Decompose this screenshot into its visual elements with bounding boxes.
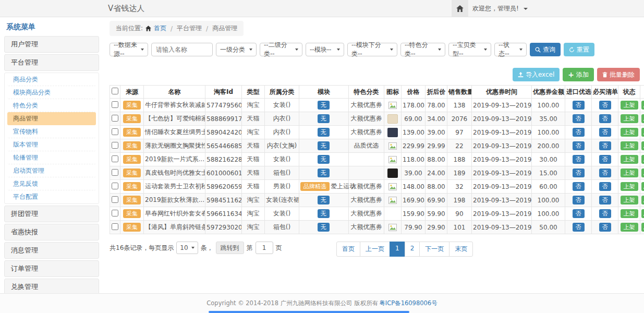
import-select-toggle[interactable]: 否 [573, 101, 585, 110]
row-checkbox[interactable] [112, 210, 118, 216]
edit-button[interactable] [641, 182, 644, 191]
jump-page-input[interactable] [256, 242, 273, 254]
status-badge[interactable]: 上架 [621, 155, 638, 164]
import-select-toggle[interactable]: 否 [573, 141, 585, 150]
filter-select-level1-category[interactable]: 一级分类 [216, 43, 257, 56]
horizontal-scrollbar-thumb[interactable] [209, 311, 409, 313]
sidebar-item-module-product-category[interactable]: 模块商品分类 [7, 86, 96, 99]
product-name: 2019新款女秋薄款... [144, 194, 205, 207]
breadcrumb-home-link[interactable]: 首页 [154, 24, 166, 33]
edit-button[interactable] [641, 114, 644, 123]
row-checkbox[interactable] [112, 223, 118, 230]
search-button[interactable]: 查询 [530, 43, 561, 56]
import-select-toggle[interactable]: 否 [573, 128, 585, 137]
add-button[interactable]: + 添加 [563, 68, 594, 81]
must-buy-toggle[interactable]: 否 [599, 196, 611, 204]
batch-delete-button[interactable]: 批量删除 [597, 68, 640, 81]
filter-select-item-type[interactable]: --宝贝类型-- [448, 43, 491, 56]
sidebar-item-splash-management[interactable]: 启动页管理 [7, 164, 96, 177]
sidebar-item-promo-materials[interactable]: 宣传物料 [7, 125, 96, 138]
edit-button[interactable] [641, 128, 644, 137]
coupon-amount: 100.00 [532, 194, 565, 207]
sidebar-item-carousel-management[interactable]: 轮播管理 [7, 151, 96, 164]
row-checkbox[interactable] [112, 142, 118, 149]
sidebar-item-special-category[interactable]: 特色分类 [7, 99, 96, 112]
import-select-toggle[interactable]: 否 [573, 196, 585, 204]
pager-first[interactable]: 首页 [336, 242, 360, 257]
status-badge[interactable]: 上架 [621, 196, 638, 204]
filter-select-data-source[interactable]: --数据来源-- [110, 43, 148, 56]
pager-page-1[interactable]: 1 [390, 242, 405, 257]
filter-select-level2-category[interactable]: --二级分类-- [260, 43, 302, 56]
status-badge[interactable]: 上架 [621, 223, 638, 232]
status-badge[interactable]: 上架 [621, 141, 638, 150]
reset-button[interactable]: 重置 [564, 43, 594, 56]
status-badge[interactable]: 上架 [621, 128, 638, 137]
import-select-toggle[interactable]: 否 [573, 223, 585, 232]
jump-button[interactable]: 跳转到 [216, 242, 244, 254]
must-buy-toggle[interactable]: 否 [599, 141, 611, 150]
status-badge[interactable]: 上架 [621, 209, 638, 218]
filter-select-module-subcategory[interactable]: --模块下分类-- [347, 43, 397, 56]
row-checkbox[interactable] [112, 169, 118, 176]
must-buy-toggle[interactable]: 否 [599, 114, 611, 123]
row-checkbox[interactable] [112, 183, 118, 189]
filter-select-module[interactable]: --模块-- [306, 43, 344, 56]
import-excel-button[interactable]: 导入excel [513, 68, 560, 81]
home-button[interactable] [452, 0, 468, 17]
import-select-toggle[interactable]: 否 [573, 168, 585, 177]
pager-last[interactable]: 末页 [449, 242, 473, 257]
import-select-toggle[interactable]: 否 [573, 182, 585, 191]
sidebar-section-platform[interactable]: 平台管理 [4, 54, 99, 71]
import-select-toggle[interactable]: 否 [573, 155, 585, 164]
taoke-id: 577479560965 [205, 99, 242, 112]
edit-button[interactable] [641, 209, 644, 218]
sidebar-section-message[interactable]: 消息管理 [4, 242, 99, 259]
sidebar-item-platform-config[interactable]: 平台配置 [7, 190, 96, 203]
product-thumb [387, 155, 398, 164]
must-buy-toggle[interactable]: 否 [599, 155, 611, 164]
row-checkbox[interactable] [112, 115, 118, 122]
row-checkbox[interactable] [112, 101, 118, 108]
sidebar-item-version-management[interactable]: 版本管理 [7, 138, 96, 151]
edit-button[interactable] [641, 101, 644, 110]
price: 139.00 [402, 126, 426, 139]
edit-button[interactable] [641, 141, 644, 150]
sidebar-section-users[interactable]: 用户管理 [4, 36, 99, 53]
edit-button[interactable] [641, 168, 644, 177]
must-buy-toggle[interactable]: 否 [599, 182, 611, 191]
row-checkbox[interactable] [112, 155, 118, 162]
status-badge[interactable]: 上架 [621, 168, 638, 177]
must-buy-toggle[interactable]: 否 [599, 168, 611, 177]
pager-next[interactable]: 下一页 [419, 242, 449, 257]
name-search-input[interactable] [151, 43, 213, 56]
row-checkbox[interactable] [112, 196, 118, 203]
import-select-toggle[interactable]: 否 [573, 209, 585, 218]
edit-button[interactable] [641, 223, 644, 232]
pager-page-2[interactable]: 2 [405, 242, 420, 257]
status-badge[interactable]: 上架 [621, 101, 638, 110]
edit-button[interactable] [641, 196, 644, 204]
filter-select-special-category[interactable]: --特色分类-- [400, 43, 445, 56]
select-all-checkbox[interactable] [112, 88, 118, 94]
must-buy-toggle[interactable]: 否 [599, 101, 611, 110]
user-menu[interactable]: 欢迎您，管理员! [472, 0, 528, 17]
must-buy-toggle[interactable]: 否 [599, 209, 611, 218]
icp-link[interactable]: 粤ICP备16098006号 [379, 299, 437, 307]
sidebar-item-product-category[interactable]: 商品分类 [7, 73, 96, 86]
must-buy-toggle[interactable]: 否 [599, 128, 611, 137]
status-badge[interactable]: 上架 [621, 114, 638, 123]
edit-button[interactable] [641, 155, 644, 164]
status-badge[interactable]: 上架 [621, 182, 638, 191]
sidebar-item-feedback[interactable]: 意见反馈 [7, 177, 96, 190]
import-select-toggle[interactable]: 否 [573, 114, 585, 123]
must-buy-toggle[interactable]: 否 [599, 223, 611, 232]
sidebar-section-order[interactable]: 订单管理 [4, 260, 99, 277]
sidebar-item-product-management[interactable]: 商品管理 [7, 112, 96, 125]
filter-select-status[interactable]: --状态-- [494, 43, 527, 56]
sidebar-section-group-buy[interactable]: 拼团管理 [4, 206, 99, 222]
row-checkbox[interactable] [112, 128, 118, 135]
page-size-select[interactable]: 10 [176, 242, 198, 254]
pager-prev[interactable]: 上一页 [360, 242, 390, 257]
sidebar-section-express[interactable]: 省惠快报 [4, 224, 99, 240]
